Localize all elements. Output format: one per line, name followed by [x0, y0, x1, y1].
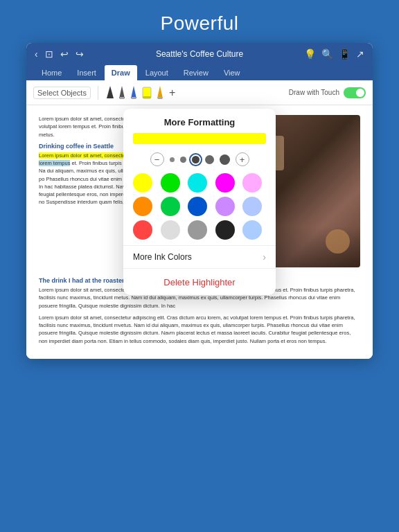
tab-home[interactable]: Home: [35, 65, 69, 80]
color-green-dark[interactable]: [161, 197, 180, 216]
highlight-bar: [133, 133, 266, 144]
draw-tools: [105, 85, 165, 101]
word-document-card: ‹ ⊡ ↩ ↪ Seattle's Coffee Culture 💡 🔍 📱 ↗…: [26, 43, 373, 359]
color-yellow[interactable]: [133, 173, 152, 193]
draw-with-touch-label: Draw with Touch: [289, 89, 339, 96]
size-dot-4[interactable]: [205, 155, 214, 164]
color-blue-light[interactable]: [242, 197, 262, 216]
svg-marker-1: [119, 86, 125, 98]
size-increase-btn[interactable]: +: [236, 152, 249, 166]
svg-rect-8: [158, 97, 162, 99]
tab-draw[interactable]: Draw: [105, 65, 137, 80]
size-dot-1[interactable]: [170, 157, 175, 162]
toolbar-divider-1: [98, 86, 98, 100]
more-formatting-popup: More Formatting − +: [123, 109, 276, 295]
svg-rect-6: [143, 96, 151, 98]
svg-rect-4: [132, 97, 136, 99]
share-icon[interactable]: ↗: [356, 48, 364, 60]
undo-icon[interactable]: ↩: [60, 48, 69, 60]
search-icon[interactable]: 🔍: [321, 48, 333, 60]
svg-marker-3: [131, 86, 136, 98]
pen-tool-2[interactable]: [117, 85, 127, 101]
delete-highlighter-label: Delete Highlighter: [163, 277, 235, 287]
tab-layout[interactable]: Layout: [139, 65, 175, 80]
color-blue[interactable]: [188, 197, 207, 216]
color-red[interactable]: [133, 220, 152, 240]
color-lavender[interactable]: [215, 197, 235, 216]
doc-title: Seattle's Coffee Culture: [156, 49, 243, 59]
color-magenta[interactable]: [215, 173, 235, 193]
lightbulb-icon[interactable]: 💡: [304, 48, 316, 60]
select-objects-btn[interactable]: Select Objects: [33, 87, 91, 99]
title-bar: ‹ ⊡ ↩ ↪ Seattle's Coffee Culture 💡 🔍 📱 ↗: [26, 43, 373, 65]
more-ink-colors-label: More Ink Colors: [133, 252, 192, 262]
color-black[interactable]: [215, 220, 235, 240]
file-icon[interactable]: ⊡: [45, 48, 53, 60]
pen-tool-5[interactable]: [155, 85, 165, 101]
color-pink-light[interactable]: [242, 173, 262, 193]
svg-marker-0: [107, 86, 114, 98]
ribbon-tabs: Home Insert Draw Layout Review View: [26, 65, 373, 80]
color-cyan[interactable]: [188, 173, 207, 193]
color-grid: [123, 172, 276, 245]
size-decrease-btn[interactable]: −: [150, 152, 164, 166]
size-dot-3-selected[interactable]: [192, 156, 200, 163]
draw-toolbar: Select Objects: [26, 80, 373, 105]
color-orange[interactable]: [133, 197, 152, 216]
size-dot-5[interactable]: [220, 154, 230, 165]
add-tool-button[interactable]: +: [169, 87, 175, 99]
pen-tool-highlighter[interactable]: [141, 85, 153, 101]
tab-insert[interactable]: Insert: [70, 65, 103, 80]
back-icon[interactable]: ‹: [35, 48, 38, 60]
tab-review[interactable]: Review: [177, 65, 215, 80]
more-ink-colors-row[interactable]: More Ink Colors ›: [123, 245, 276, 268]
color-green[interactable]: [161, 173, 180, 193]
size-row: − +: [123, 150, 276, 172]
title-bar-left: ‹ ⊡ ↩ ↪: [35, 48, 84, 60]
title-bar-right-icons: 💡 🔍 📱 ↗: [304, 48, 364, 60]
pen-tool-3[interactable]: [129, 85, 139, 101]
delete-highlighter-row[interactable]: Delete Highlighter: [123, 268, 276, 295]
doc-para-4: Lorem ipsum dolor sit amet, consectetur …: [39, 314, 360, 345]
svg-marker-7: [157, 86, 163, 98]
draw-with-touch-toggle[interactable]: [344, 87, 366, 98]
tab-view[interactable]: View: [217, 65, 247, 80]
popup-title: More Formatting: [123, 109, 276, 133]
color-light-gray[interactable]: [161, 220, 180, 240]
page-title: Powerful: [0, 0, 399, 43]
pen-tool-1[interactable]: [105, 85, 115, 101]
more-colors-chevron-icon: ›: [263, 251, 266, 263]
color-baby-blue[interactable]: [242, 220, 262, 240]
color-gray[interactable]: [188, 220, 207, 240]
redo-icon[interactable]: ↪: [76, 48, 84, 60]
svg-rect-2: [120, 97, 124, 99]
mobile-icon[interactable]: 📱: [339, 48, 351, 60]
size-dot-2[interactable]: [180, 157, 186, 163]
